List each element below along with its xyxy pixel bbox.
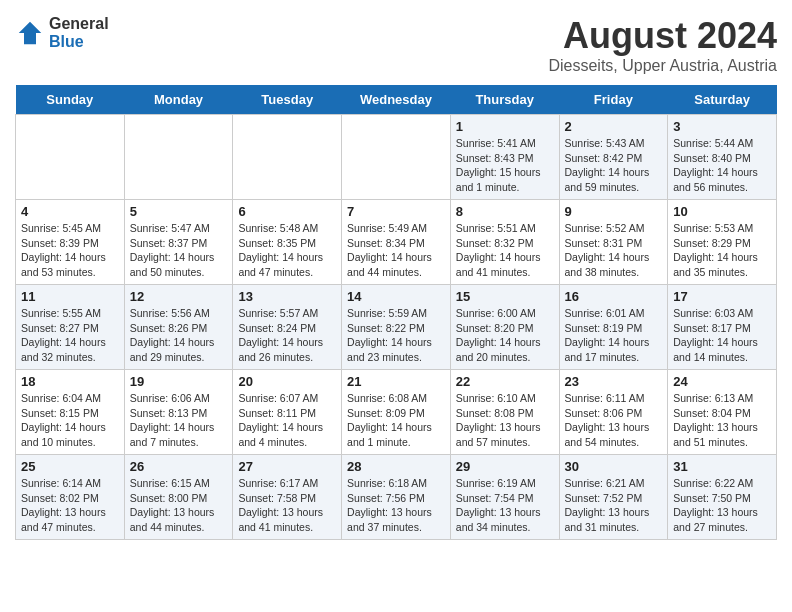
day-number: 9 [565, 204, 663, 219]
day-number: 22 [456, 374, 554, 389]
day-cell: 7Sunrise: 5:49 AM Sunset: 8:34 PM Daylig… [342, 200, 451, 285]
day-cell: 22Sunrise: 6:10 AM Sunset: 8:08 PM Dayli… [450, 370, 559, 455]
column-header-wednesday: Wednesday [342, 85, 451, 115]
day-cell: 30Sunrise: 6:21 AM Sunset: 7:52 PM Dayli… [559, 455, 668, 540]
day-number: 30 [565, 459, 663, 474]
day-cell: 16Sunrise: 6:01 AM Sunset: 8:19 PM Dayli… [559, 285, 668, 370]
day-number: 1 [456, 119, 554, 134]
day-cell: 20Sunrise: 6:07 AM Sunset: 8:11 PM Dayli… [233, 370, 342, 455]
day-info: Sunrise: 6:18 AM Sunset: 7:56 PM Dayligh… [347, 476, 445, 535]
day-number: 7 [347, 204, 445, 219]
day-number: 8 [456, 204, 554, 219]
day-cell: 21Sunrise: 6:08 AM Sunset: 8:09 PM Dayli… [342, 370, 451, 455]
day-cell: 2Sunrise: 5:43 AM Sunset: 8:42 PM Daylig… [559, 115, 668, 200]
week-row-5: 25Sunrise: 6:14 AM Sunset: 8:02 PM Dayli… [16, 455, 777, 540]
day-number: 29 [456, 459, 554, 474]
day-cell: 5Sunrise: 5:47 AM Sunset: 8:37 PM Daylig… [124, 200, 233, 285]
day-cell [342, 115, 451, 200]
day-cell: 23Sunrise: 6:11 AM Sunset: 8:06 PM Dayli… [559, 370, 668, 455]
day-number: 23 [565, 374, 663, 389]
day-info: Sunrise: 5:53 AM Sunset: 8:29 PM Dayligh… [673, 221, 771, 280]
day-number: 5 [130, 204, 228, 219]
day-info: Sunrise: 6:14 AM Sunset: 8:02 PM Dayligh… [21, 476, 119, 535]
day-number: 16 [565, 289, 663, 304]
day-cell: 11Sunrise: 5:55 AM Sunset: 8:27 PM Dayli… [16, 285, 125, 370]
column-header-friday: Friday [559, 85, 668, 115]
day-cell: 13Sunrise: 5:57 AM Sunset: 8:24 PM Dayli… [233, 285, 342, 370]
day-cell: 24Sunrise: 6:13 AM Sunset: 8:04 PM Dayli… [668, 370, 777, 455]
day-number: 20 [238, 374, 336, 389]
day-number: 4 [21, 204, 119, 219]
week-row-3: 11Sunrise: 5:55 AM Sunset: 8:27 PM Dayli… [16, 285, 777, 370]
subtitle: Diesseits, Upper Austria, Austria [548, 57, 777, 75]
logo: General Blue [15, 15, 109, 50]
day-cell: 15Sunrise: 6:00 AM Sunset: 8:20 PM Dayli… [450, 285, 559, 370]
day-info: Sunrise: 5:52 AM Sunset: 8:31 PM Dayligh… [565, 221, 663, 280]
day-cell [233, 115, 342, 200]
page-header: General Blue August 2024 Diesseits, Uppe… [15, 15, 777, 75]
title-area: August 2024 Diesseits, Upper Austria, Au… [548, 15, 777, 75]
column-header-thursday: Thursday [450, 85, 559, 115]
day-cell: 29Sunrise: 6:19 AM Sunset: 7:54 PM Dayli… [450, 455, 559, 540]
day-info: Sunrise: 6:13 AM Sunset: 8:04 PM Dayligh… [673, 391, 771, 450]
column-header-sunday: Sunday [16, 85, 125, 115]
day-cell: 28Sunrise: 6:18 AM Sunset: 7:56 PM Dayli… [342, 455, 451, 540]
day-number: 19 [130, 374, 228, 389]
day-info: Sunrise: 5:44 AM Sunset: 8:40 PM Dayligh… [673, 136, 771, 195]
day-info: Sunrise: 6:08 AM Sunset: 8:09 PM Dayligh… [347, 391, 445, 450]
day-number: 27 [238, 459, 336, 474]
day-number: 17 [673, 289, 771, 304]
day-info: Sunrise: 5:57 AM Sunset: 8:24 PM Dayligh… [238, 306, 336, 365]
day-number: 26 [130, 459, 228, 474]
day-info: Sunrise: 5:47 AM Sunset: 8:37 PM Dayligh… [130, 221, 228, 280]
day-cell: 18Sunrise: 6:04 AM Sunset: 8:15 PM Dayli… [16, 370, 125, 455]
day-number: 13 [238, 289, 336, 304]
column-header-monday: Monday [124, 85, 233, 115]
day-cell: 12Sunrise: 5:56 AM Sunset: 8:26 PM Dayli… [124, 285, 233, 370]
day-info: Sunrise: 6:04 AM Sunset: 8:15 PM Dayligh… [21, 391, 119, 450]
day-info: Sunrise: 6:10 AM Sunset: 8:08 PM Dayligh… [456, 391, 554, 450]
day-info: Sunrise: 5:59 AM Sunset: 8:22 PM Dayligh… [347, 306, 445, 365]
logo-icon [15, 18, 45, 48]
day-number: 24 [673, 374, 771, 389]
day-number: 18 [21, 374, 119, 389]
day-cell: 9Sunrise: 5:52 AM Sunset: 8:31 PM Daylig… [559, 200, 668, 285]
week-row-4: 18Sunrise: 6:04 AM Sunset: 8:15 PM Dayli… [16, 370, 777, 455]
day-info: Sunrise: 5:49 AM Sunset: 8:34 PM Dayligh… [347, 221, 445, 280]
day-info: Sunrise: 6:07 AM Sunset: 8:11 PM Dayligh… [238, 391, 336, 450]
day-number: 31 [673, 459, 771, 474]
day-cell: 10Sunrise: 5:53 AM Sunset: 8:29 PM Dayli… [668, 200, 777, 285]
day-number: 25 [21, 459, 119, 474]
day-info: Sunrise: 5:41 AM Sunset: 8:43 PM Dayligh… [456, 136, 554, 195]
day-cell: 26Sunrise: 6:15 AM Sunset: 8:00 PM Dayli… [124, 455, 233, 540]
day-cell: 3Sunrise: 5:44 AM Sunset: 8:40 PM Daylig… [668, 115, 777, 200]
day-cell: 25Sunrise: 6:14 AM Sunset: 8:02 PM Dayli… [16, 455, 125, 540]
logo-blue: Blue [49, 33, 109, 51]
day-info: Sunrise: 6:15 AM Sunset: 8:00 PM Dayligh… [130, 476, 228, 535]
day-info: Sunrise: 5:55 AM Sunset: 8:27 PM Dayligh… [21, 306, 119, 365]
day-cell: 4Sunrise: 5:45 AM Sunset: 8:39 PM Daylig… [16, 200, 125, 285]
day-cell: 27Sunrise: 6:17 AM Sunset: 7:58 PM Dayli… [233, 455, 342, 540]
day-info: Sunrise: 6:19 AM Sunset: 7:54 PM Dayligh… [456, 476, 554, 535]
day-number: 12 [130, 289, 228, 304]
column-header-saturday: Saturday [668, 85, 777, 115]
day-number: 3 [673, 119, 771, 134]
header-row: SundayMondayTuesdayWednesdayThursdayFrid… [16, 85, 777, 115]
day-info: Sunrise: 6:03 AM Sunset: 8:17 PM Dayligh… [673, 306, 771, 365]
day-cell [16, 115, 125, 200]
svg-marker-0 [19, 21, 42, 44]
day-info: Sunrise: 6:17 AM Sunset: 7:58 PM Dayligh… [238, 476, 336, 535]
calendar-table: SundayMondayTuesdayWednesdayThursdayFrid… [15, 85, 777, 540]
day-number: 15 [456, 289, 554, 304]
day-cell: 19Sunrise: 6:06 AM Sunset: 8:13 PM Dayli… [124, 370, 233, 455]
logo-text: General Blue [49, 15, 109, 50]
column-header-tuesday: Tuesday [233, 85, 342, 115]
day-number: 28 [347, 459, 445, 474]
day-number: 2 [565, 119, 663, 134]
day-info: Sunrise: 6:21 AM Sunset: 7:52 PM Dayligh… [565, 476, 663, 535]
week-row-1: 1Sunrise: 5:41 AM Sunset: 8:43 PM Daylig… [16, 115, 777, 200]
day-info: Sunrise: 5:56 AM Sunset: 8:26 PM Dayligh… [130, 306, 228, 365]
day-number: 10 [673, 204, 771, 219]
day-info: Sunrise: 6:00 AM Sunset: 8:20 PM Dayligh… [456, 306, 554, 365]
day-cell: 17Sunrise: 6:03 AM Sunset: 8:17 PM Dayli… [668, 285, 777, 370]
